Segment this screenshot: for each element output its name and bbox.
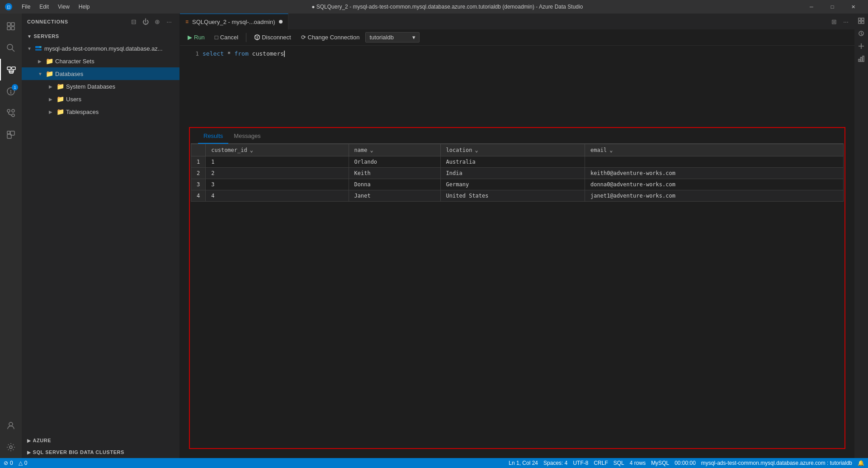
tab-label: SQLQuery_2 - mysql-...oadmin): [192, 19, 275, 25]
status-notifications-icon[interactable]: 🔔: [858, 460, 864, 466]
col-header-location[interactable]: location ⌄: [440, 144, 585, 156]
location-cell: Australia: [440, 156, 585, 168]
server-node[interactable]: ▼ mysql-ads-test-common.mysql.database.a…: [22, 42, 179, 55]
more-actions-button[interactable]: ···: [164, 17, 174, 27]
results-tab-messages[interactable]: Messages: [228, 129, 266, 144]
svg-point-29: [40, 47, 41, 48]
servers-section-header[interactable]: ▼ SERVERS: [22, 30, 179, 42]
menu-file[interactable]: File: [18, 3, 34, 11]
status-rows: 4 rows: [630, 460, 646, 466]
col-header-customer-id[interactable]: customer_id ⌄: [206, 144, 349, 156]
toolbar-separator: [246, 33, 246, 42]
server-label: mysql-ads-test-common.mysql.database.az.…: [44, 45, 163, 52]
email-cell: donna0@adventure-works.com: [585, 179, 844, 190]
svg-rect-5: [11, 27, 14, 30]
database-dropdown[interactable]: tutorialdb ▾: [365, 32, 420, 43]
tree-item-tablespaces[interactable]: ▶ 📁 Tablespaces: [22, 105, 179, 118]
tab-db-icon: ≡: [185, 19, 189, 25]
server-chevron: ▼: [27, 46, 34, 51]
status-errors[interactable]: ⊘ 0: [4, 460, 13, 466]
sidebar: CONNECTIONS ⊟ ⏻ ⊕ ··· ▼ SERVERS ▼: [22, 14, 180, 458]
svg-rect-24: [7, 131, 10, 134]
activity-explorer[interactable]: [0, 15, 22, 37]
users-folder-icon: 📁: [56, 95, 64, 103]
col-header-name[interactable]: name ⌄: [349, 144, 440, 156]
collapse-all-button[interactable]: ⊟: [129, 17, 139, 27]
servers-label: SERVERS: [33, 33, 59, 39]
status-connection[interactable]: mysql-ads-test-common.mysql.database.azu…: [701, 460, 852, 466]
status-line-ending[interactable]: CRLF: [594, 460, 608, 466]
cursor: [284, 51, 285, 57]
customer-id-cell: 2: [206, 168, 349, 179]
svg-point-6: [7, 44, 13, 50]
svg-point-17: [7, 109, 10, 112]
editor-tab[interactable]: ≡ SQLQuery_2 - mysql-...oadmin): [180, 14, 288, 29]
customer-id-sort-icon: ⌄: [250, 147, 253, 153]
change-connection-button[interactable]: ⟳ Change Connection: [297, 32, 364, 43]
email-sort-icon: ⌄: [609, 147, 613, 153]
col-header-email[interactable]: email ⌄: [585, 144, 844, 156]
disconnect-button[interactable]: ⏼ Disconnect: [250, 32, 295, 43]
status-warnings[interactable]: △ 0: [19, 460, 28, 466]
azure-section-header[interactable]: ▶ AZURE: [22, 435, 179, 446]
cancel-button[interactable]: □ Cancel: [211, 32, 242, 43]
maximize-button[interactable]: □: [822, 0, 843, 14]
results-tab-results[interactable]: Results: [198, 129, 228, 144]
tree-item-character-sets[interactable]: ▶ 📁 Character Sets: [22, 55, 179, 67]
disconnect-icon: ⏼: [254, 34, 260, 41]
disconnect-button[interactable]: ⏻: [141, 17, 151, 27]
window-title: ● SQLQuery_2 - mysql-ads-test-common.mys…: [99, 4, 796, 10]
users-label: Users: [66, 96, 81, 103]
right-panel-icon-4[interactable]: [856, 53, 867, 64]
name-sort-icon: ⌄: [370, 147, 373, 153]
svg-rect-37: [863, 56, 864, 61]
email-cell: [585, 156, 844, 168]
status-time: 00:00:00: [675, 460, 696, 466]
table-row: 2 2 Keith India keith0@adventure-works.c…: [191, 168, 844, 179]
activity-search[interactable]: [0, 37, 22, 59]
sql-big-data-section-header[interactable]: ▶ SQL SERVER BIG DATA CLUSTERS: [22, 446, 179, 458]
servers-chevron: ▼: [27, 34, 32, 39]
close-button[interactable]: ✕: [843, 0, 863, 14]
activity-git[interactable]: [0, 102, 22, 124]
tree-item-databases[interactable]: ▼ 📁 Databases: [22, 67, 179, 80]
right-panel-icon-1[interactable]: [856, 15, 867, 26]
keyword-select: select: [203, 49, 224, 58]
tree-item-system-databases[interactable]: ▶ 📁 System Databases: [22, 80, 179, 93]
split-editor-button[interactable]: ⊞: [829, 17, 839, 27]
activity-connections[interactable]: [0, 59, 22, 80]
location-cell: India: [440, 168, 585, 179]
row-num-cell: 2: [191, 168, 206, 179]
run-button[interactable]: ▶ Run: [184, 32, 209, 43]
results-table-container[interactable]: customer_id ⌄ name ⌄: [191, 144, 844, 458]
status-spaces[interactable]: Spaces: 4: [543, 460, 567, 466]
svg-text:⊡: ⊡: [7, 5, 10, 9]
server-icon: [34, 44, 42, 52]
code-editor[interactable]: 1 select * from customers: [180, 46, 854, 118]
sidebar-header-actions: ⊟ ⏻ ⊕ ···: [129, 17, 174, 27]
table-row: 1 1 Orlando Australia: [191, 156, 844, 168]
status-language[interactable]: SQL: [613, 460, 624, 466]
menu-help[interactable]: Help: [75, 3, 94, 11]
add-connection-button[interactable]: ⊕: [152, 17, 162, 27]
customer-id-cell: 4: [206, 190, 349, 202]
menu-edit[interactable]: Edit: [36, 3, 52, 11]
menu-view[interactable]: View: [54, 3, 73, 11]
tree-item-users[interactable]: ▶ 📁 Users: [22, 93, 179, 105]
status-position[interactable]: Ln 1, Col 24: [509, 460, 538, 466]
editor-scrollbar[interactable]: [850, 46, 854, 118]
activity-account[interactable]: [0, 415, 22, 436]
more-tab-actions-button[interactable]: ···: [841, 17, 851, 27]
svg-rect-33: [862, 21, 864, 24]
code-content[interactable]: select * from customers: [203, 46, 854, 118]
minimize-button[interactable]: ─: [801, 0, 822, 14]
results-tbody: 1 1 Orlando Australia 2 2 Keith India ke…: [191, 156, 844, 202]
right-panel-icon-3[interactable]: [856, 41, 867, 52]
activity-settings[interactable]: [0, 436, 22, 458]
activity-notifications[interactable]: 1: [0, 80, 22, 102]
tab-bar: ≡ SQLQuery_2 - mysql-...oadmin) ⊞ ···: [180, 14, 854, 29]
activity-extensions[interactable]: [0, 124, 22, 146]
right-panel-icon-2[interactable]: [856, 28, 867, 39]
status-encoding[interactable]: UTF-8: [573, 460, 588, 466]
servers-section: ▼ SERVERS ▼ mysql-ads-test-common.mysql.…: [22, 29, 179, 119]
